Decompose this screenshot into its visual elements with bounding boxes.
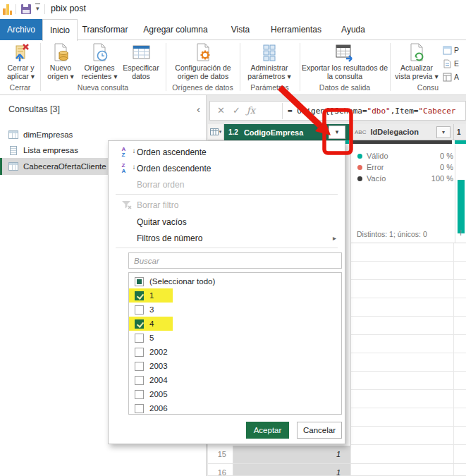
tab-vista[interactable]: Vista [219,19,262,40]
filter-item-label: 5 [149,334,154,342]
distribution-bar [458,180,465,233]
cell-codigoempresa[interactable]: 1 [233,446,350,463]
table-row[interactable]: 15 1 [208,446,466,464]
quick-access-toolbar-caret-icon[interactable]: ▾ [35,4,40,13]
column-header-codigoempresa[interactable]: 1.2 CodigoEmpresa ▾ [224,124,350,140]
menu-item-label: Orden ascendente [137,147,207,157]
cell-iddelegacion[interactable] [350,446,453,463]
commit-formula-icon[interactable]: ✓ [233,105,240,116]
group-label-consulta: Consu [390,83,466,92]
new-source-icon [51,42,70,62]
stat-label: Error [367,163,384,171]
menu-item-label: Quitar vacíos [137,217,187,227]
checkbox-unchecked[interactable] [135,305,144,315]
grid-empty-rows [350,243,466,446]
export-results-button[interactable]: Exportar los resultados de la consulta [302,42,388,81]
menu-item-remove-empty[interactable]: Quitar vacíos [109,214,345,230]
column-name: IdDelegacion [370,128,418,136]
collapse-pane-icon[interactable]: ‹ [197,103,200,115]
properties-button[interactable]: P [443,44,466,56]
tab-herramientas[interactable]: Herramientas [262,19,330,40]
checkbox-checked[interactable] [135,291,144,300]
manage-parameters-button[interactable]: Administrar parámetros ▾ [243,42,296,81]
stat-empty: Vacío 100 % [357,173,453,184]
cell-partial[interactable] [453,464,466,475]
checkbox-unchecked[interactable] [135,404,144,413]
refresh-preview-icon [407,42,427,62]
checkbox-unchecked[interactable] [135,334,144,343]
table-corner-button[interactable]: ▾ [208,124,224,140]
filter-item-5[interactable]: 5 [129,331,341,345]
menu-item-sort-descending[interactable]: ZA↓ Orden descendente [109,160,345,176]
distinct-unique-summary: Distintos: 1; únicos: 0 [357,230,462,238]
menu-separator [116,194,338,195]
formula-string: "dbo" [367,106,391,116]
column-filter-dropdown-button[interactable]: ▾ [329,126,345,139]
stat-valid: Válido 0 % [357,150,453,161]
filter-item-2006[interactable]: 2006 [129,401,341,415]
tab-archivo[interactable]: Archivo [0,19,42,40]
tab-inicio[interactable]: Inicio [42,19,78,41]
filter-item-3[interactable]: 3 [129,303,341,317]
manage-label: A [454,73,459,81]
stats-divider [455,145,455,243]
filter-item-2002[interactable]: 2002 [129,345,341,359]
advanced-editor-button[interactable]: E [443,57,466,70]
filter-item-select-all[interactable]: (Seleccionar todo) [129,274,341,288]
quality-bar-valid[interactable] [455,140,466,144]
cancel-button[interactable]: Cancelar [297,422,342,439]
recent-sources-button[interactable]: Orígenes recientes ▾ [79,42,120,81]
checkbox-unchecked[interactable] [135,390,144,399]
cell-iddelegacion[interactable] [350,464,453,475]
search-input[interactable] [128,252,342,269]
checkbox-unchecked[interactable] [135,348,144,357]
cell-codigoempresa[interactable]: 1 [233,464,350,475]
tab-ayuda[interactable]: Ayuda [330,19,376,40]
datasource-settings-button[interactable]: Configuración de origen de datos [169,42,237,81]
checkbox-indeterminate[interactable] [135,277,144,286]
refresh-preview-button[interactable]: Actualizar vista previa ▾ [395,42,439,81]
filter-item-label: 2003 [149,362,168,370]
column-quality-card: Válido 0 % Error 0 % Vacío 100 % I Disti… [350,145,466,243]
new-source-button[interactable]: Nuevo origen ▾ [44,42,78,81]
formula-code: = Origen{[Schema= [288,106,367,116]
filter-item-2003[interactable]: 2003 [129,359,341,373]
manage-button[interactable]: A [443,71,466,83]
stat-label: Vacío [367,174,386,183]
filter-item-1[interactable]: 1 [129,288,341,303]
submenu-arrow-icon: ▸ [333,234,336,242]
table-row[interactable]: 16 1 [208,464,466,476]
formula-divider [282,103,283,119]
filter-item-2004[interactable]: 2004 [129,373,341,387]
tab-agregar-columna[interactable]: Agregar columna [133,19,219,40]
menu-item-label: Borrar filtro [137,200,178,210]
enter-data-button[interactable]: Especificar datos [121,42,161,81]
checkbox-unchecked[interactable] [135,362,144,371]
cancel-formula-icon[interactable]: ✕ [217,105,225,116]
quality-bar-empty[interactable] [352,140,452,144]
manage-icon [443,73,452,82]
checkbox-checked[interactable] [135,319,144,329]
column-header-iddelegacion[interactable]: ABC IdDelegacion ▾ [350,124,453,140]
group-label-datos-de-salida: Datos de salida [300,83,390,92]
filter-item-label: 2002 [149,348,168,356]
close-apply-button[interactable]: Cerrar y aplicar ▾ [2,42,39,81]
export-results-label: Exportar los resultados de la consulta [302,63,388,80]
checkbox-unchecked[interactable] [135,376,144,385]
fx-icon[interactable]: ƒx [247,105,255,116]
column-header-partial[interactable]: 1 [453,124,466,140]
column-filter-dropdown-button[interactable]: ▾ [436,126,450,138]
accept-button[interactable]: Aceptar [246,422,289,439]
clear-filter-icon [117,200,135,209]
filter-value-list: (Seleccionar todo) 1 3 4 5 2002 2003 200… [128,272,342,415]
menu-item-sort-ascending[interactable]: AZ↓ Orden ascendente [109,144,345,160]
export-results-icon [333,42,356,62]
tab-transformar[interactable]: Transformar [78,19,133,40]
sort-descending-icon: ZA↓ [117,163,135,174]
save-icon[interactable] [21,4,31,14]
filter-item-2005[interactable]: 2005 [129,387,341,401]
filter-item-4[interactable]: 4 [129,317,341,331]
formula-input[interactable]: = Origen{[Schema="dbo",Item="Cabecer [288,106,464,116]
cell-partial[interactable] [453,446,466,463]
menu-item-number-filters[interactable]: Filtros de número ▸ [109,230,345,246]
